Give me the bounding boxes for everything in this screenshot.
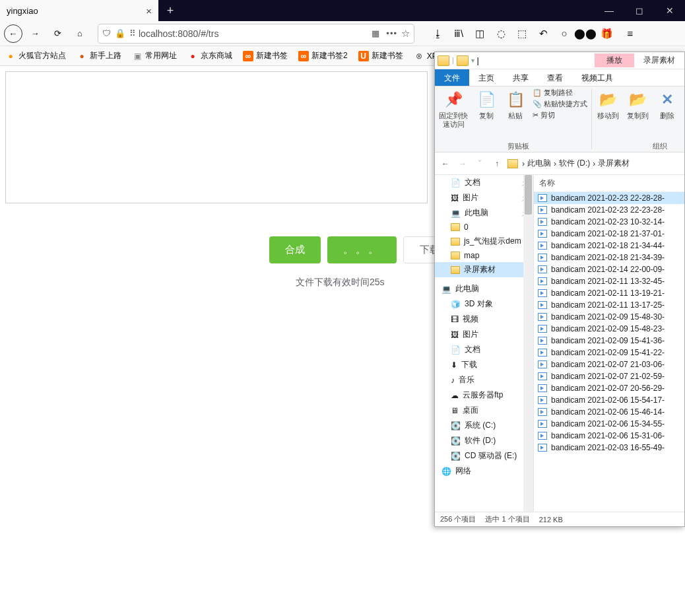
nav-item[interactable]: 💻此电脑📌: [435, 205, 533, 221]
nav-this-pc[interactable]: 💻此电脑: [435, 281, 533, 296]
close-tab-icon[interactable]: ×: [146, 5, 152, 17]
bookmark-item[interactable]: ∞新建书签2: [298, 50, 348, 61]
bookmark-item[interactable]: ●京东商城: [187, 50, 232, 61]
file-row[interactable]: bandicam 2021-02-23 10-32-14-: [534, 216, 684, 228]
file-row[interactable]: bandicam 2021-02-06 15-54-17-: [534, 394, 684, 406]
crumb-segment[interactable]: 录屏素材: [598, 158, 630, 169]
nav-back-button[interactable]: ←: [439, 159, 452, 168]
menu-icon[interactable]: ≡: [623, 26, 637, 41]
nav-item[interactable]: ☁云服务器ftp: [435, 388, 533, 403]
file-row[interactable]: bandicam 2021-02-14 22-00-09-: [534, 263, 684, 275]
nav-item[interactable]: 💽软件 (D:): [435, 433, 533, 448]
paste-shortcut-button[interactable]: 📎 粘贴快捷方式: [533, 99, 587, 109]
nav-item[interactable]: 🖼图片📌: [435, 190, 533, 205]
bookmark-item[interactable]: ▣常用网址: [132, 50, 177, 61]
file-row[interactable]: bandicam 2021-02-07 21-02-59-: [534, 370, 684, 382]
file-row[interactable]: bandicam 2021-02-07 21-03-06-: [534, 359, 684, 370]
nav-item[interactable]: ⬇下载: [435, 357, 533, 372]
addon5-icon[interactable]: ⬤⬤: [578, 26, 593, 41]
nav-history-icon[interactable]: ˅: [473, 159, 486, 168]
shield-icon[interactable]: 🛡: [102, 28, 111, 38]
browser-tab[interactable]: yingxiao ×: [0, 0, 158, 21]
back-button[interactable]: ←: [4, 24, 22, 43]
crumb-segment[interactable]: 软件 (D:): [559, 158, 590, 169]
file-row[interactable]: bandicam 2021-02-11 13-17-25-: [534, 299, 684, 311]
file-row[interactable]: bandicam 2021-02-09 15-48-23-: [534, 323, 684, 335]
close-window-button[interactable]: ✕: [655, 0, 685, 21]
bookmark-item[interactable]: ●火狐官方站点: [5, 50, 66, 61]
cut-button[interactable]: ✂ 剪切: [533, 110, 587, 120]
copy-path-button[interactable]: 📋 复制路径: [533, 88, 587, 98]
file-row[interactable]: bandicam 2021-02-03 16-55-49-: [534, 442, 684, 454]
file-row[interactable]: bandicam 2021-02-07 20-56-29-: [534, 382, 684, 394]
file-row[interactable]: bandicam 2021-02-23 22-28-28-: [534, 192, 684, 204]
dropdown-icon[interactable]: ▾: [471, 57, 474, 64]
pin-quick-access-button[interactable]: 📌 固定到快 速访问: [435, 86, 472, 152]
file-row[interactable]: bandicam 2021-02-06 15-46-14-: [534, 406, 684, 418]
crumb-segment[interactable]: 此电脑: [527, 158, 551, 169]
file-row[interactable]: bandicam 2021-02-06 15-31-06-: [534, 430, 684, 442]
nav-item[interactable]: 💽CD 驱动器 (E:): [435, 448, 533, 463]
nav-scrollbar[interactable]: [523, 175, 533, 512]
bookmark-item[interactable]: U新建书签: [358, 50, 403, 61]
forward-button[interactable]: →: [25, 24, 45, 44]
menu-视频工具[interactable]: 视频工具: [572, 69, 622, 86]
url-bar[interactable]: 🛡 🔒 ⠿ ▦ ••• ☆: [98, 24, 414, 44]
copy-button[interactable]: 📄 复制: [472, 86, 501, 152]
file-row[interactable]: bandicam 2021-02-18 21-34-44-: [534, 240, 684, 252]
nav-item[interactable]: 💽系统 (C:): [435, 418, 533, 433]
addon2-icon[interactable]: ⬚: [515, 26, 529, 41]
upload-dropzone[interactable]: [5, 71, 428, 203]
nav-item[interactable]: 🖥桌面: [435, 403, 533, 418]
folder-name-tab[interactable]: 录屏素材: [637, 53, 682, 67]
home-button[interactable]: ⌂: [70, 24, 90, 44]
nav-item[interactable]: 📄文档📌: [435, 175, 533, 190]
explorer-titlebar[interactable]: | ▾ | 播放 录屏素材: [435, 52, 684, 69]
bookmark-item[interactable]: ∞新建书签: [243, 50, 288, 61]
nav-item[interactable]: 0: [435, 221, 533, 234]
addon1-icon[interactable]: ◌: [494, 26, 508, 41]
nav-item[interactable]: 🎞视频: [435, 312, 533, 327]
file-row[interactable]: bandicam 2021-02-09 15-41-36-: [534, 335, 684, 347]
file-row[interactable]: bandicam 2021-02-11 13-19-21-: [534, 287, 684, 299]
play-tab[interactable]: 播放: [595, 53, 634, 67]
minimize-button[interactable]: —: [594, 0, 624, 21]
maximize-button[interactable]: ◻: [624, 0, 655, 21]
menu-主页[interactable]: 主页: [469, 69, 504, 86]
bookmark-item[interactable]: ●新手上路: [77, 50, 121, 61]
url-input[interactable]: [139, 28, 368, 39]
file-row[interactable]: bandicam 2021-02-11 13-32-45-: [534, 275, 684, 287]
bookmark-star-icon[interactable]: ☆: [401, 28, 410, 40]
downloads-icon[interactable]: ⭳: [430, 26, 445, 41]
file-row[interactable]: bandicam 2021-02-06 15-34-55-: [534, 418, 684, 430]
addon3-icon[interactable]: ↶: [536, 26, 550, 41]
reload-button[interactable]: ⟳: [48, 24, 67, 44]
new-tab-button[interactable]: +: [158, 0, 182, 21]
file-row[interactable]: bandicam 2021-02-18 21-37-01-: [534, 228, 684, 240]
nav-item[interactable]: 录屏素材: [435, 262, 533, 277]
move-to-button[interactable]: 📂 移动到: [593, 86, 623, 152]
library-icon[interactable]: ⅲ\: [451, 26, 466, 41]
menu-文件[interactable]: 文件: [435, 69, 469, 86]
permissions-icon[interactable]: ⠿: [129, 28, 135, 38]
nav-up-button[interactable]: ↑: [490, 159, 504, 168]
file-row[interactable]: bandicam 2021-02-18 21-34-39-: [534, 252, 684, 263]
copy-to-button[interactable]: 📂 复制到: [623, 86, 653, 152]
sidebar-icon[interactable]: ◫: [473, 26, 487, 41]
qr-icon[interactable]: ▦: [372, 28, 379, 38]
loading-button[interactable]: 。。。: [327, 236, 397, 263]
page-actions-icon[interactable]: •••: [386, 28, 397, 38]
extensions-icon[interactable]: 🎁: [599, 26, 614, 41]
lock-icon[interactable]: 🔒: [115, 28, 125, 38]
nav-item[interactable]: ♪音乐: [435, 372, 533, 388]
nav-forward-button[interactable]: →: [456, 159, 469, 168]
nav-network[interactable]: 🌐网络: [435, 463, 533, 479]
nav-item[interactable]: map: [435, 249, 533, 262]
nav-item[interactable]: js_气泡提示dem: [435, 234, 533, 249]
column-header-name[interactable]: 名称: [534, 175, 684, 192]
explorer-file-list[interactable]: 名称bandicam 2021-02-23 22-28-28-bandicam …: [534, 175, 684, 512]
file-row[interactable]: bandicam 2021-02-09 15-48-30-: [534, 311, 684, 323]
nav-item[interactable]: 🧊3D 对象: [435, 296, 533, 312]
explorer-nav-pane[interactable]: 📄文档📌🖼图片📌💻此电脑📌0js_气泡提示demmap录屏素材💻此电脑🧊3D 对…: [435, 175, 534, 512]
nav-item[interactable]: 📄文档: [435, 342, 533, 357]
